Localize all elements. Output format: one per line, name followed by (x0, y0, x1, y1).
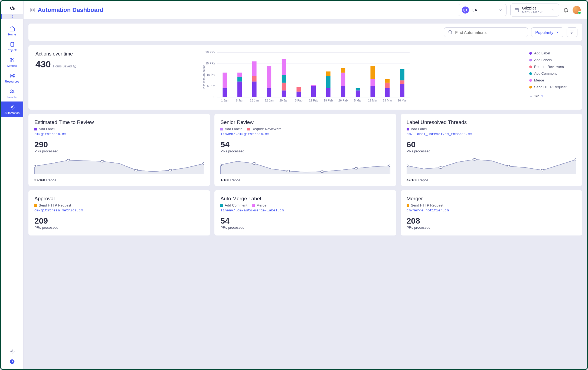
date-range-selector[interactable]: Grizzlies Mar 9 - Mar 23 (510, 4, 559, 17)
sort-dropdown[interactable]: Popularity (531, 27, 563, 37)
actions-over-time-card: Actions over time 430 Hours Saved 05 PRs… (28, 45, 582, 110)
nav-resources[interactable]: Resources (1, 70, 23, 86)
chevron-down-icon[interactable] (541, 94, 544, 98)
svg-point-12 (12, 90, 14, 91)
range-dates: Mar 9 - Mar 23 (522, 10, 543, 14)
card-path: linweb/.cm/gitstream.cm (220, 132, 390, 136)
svg-point-91 (287, 170, 290, 172)
card-path: cm/gitstream.cm (34, 132, 204, 136)
clipboard-icon (9, 41, 15, 47)
automation-card[interactable]: Label Unresolved Threads Add Label cm/ l… (401, 114, 582, 186)
svg-text:5 PRs: 5 PRs (207, 84, 215, 87)
card-path: cm/ label_unresolved_threads.cm (407, 132, 576, 136)
svg-rect-60 (326, 88, 331, 97)
sort-direction-button[interactable] (567, 27, 577, 37)
chevron-up-icon[interactable] (529, 94, 533, 98)
card-title: Auto Merge Label (220, 196, 390, 202)
card-tag: Merge (252, 203, 266, 207)
svg-rect-77 (385, 79, 390, 83)
card-tags: Add Label (34, 127, 204, 131)
svg-rect-51 (282, 75, 286, 83)
svg-rect-20 (33, 11, 34, 12)
svg-point-2 (11, 9, 12, 10)
chart-title: Actions over time (35, 51, 84, 57)
svg-text:20 PRs: 20 PRs (205, 51, 215, 54)
nav-projects[interactable]: Projects (1, 39, 23, 54)
nav-metrics[interactable]: Metrics (1, 54, 23, 70)
svg-point-7 (10, 74, 11, 76)
card-title: Merger (407, 196, 576, 202)
automation-card[interactable]: Estimated Time to Review Add Label cm/gi… (28, 114, 210, 186)
card-path: cm/gitstream_metrics.cm (34, 208, 204, 212)
nav-home[interactable]: Home (1, 23, 23, 39)
chevron-down-icon (556, 30, 559, 34)
svg-rect-69 (356, 88, 360, 90)
card-title: Approval (34, 196, 204, 202)
legend-pager[interactable]: 1/2 (529, 94, 575, 98)
automation-card[interactable]: Merger Send HTTP Request cm/merge_notifi… (401, 190, 582, 235)
legend-item: Require Reviewers (529, 65, 575, 69)
card-tag: Add Label (407, 127, 427, 131)
svg-rect-55 (296, 87, 301, 92)
filter-row: Popularity (28, 24, 582, 41)
team-badge: QA (462, 6, 469, 14)
card-value: 54 (220, 140, 390, 149)
nav-automation[interactable]: Automation (1, 101, 23, 117)
svg-text:12 Fab: 12 Fab (309, 99, 318, 102)
automation-cards-grid: Estimated Time to Review Add Label cm/gi… (28, 114, 582, 235)
svg-point-88 (203, 163, 204, 165)
svg-text:19 Mar: 19 Mar (383, 99, 392, 102)
search-input-wrap[interactable] (444, 27, 528, 37)
team-label: QA (472, 8, 477, 12)
svg-point-11 (11, 90, 12, 91)
svg-rect-18 (33, 8, 34, 9)
card-sub: PRs processed (34, 225, 204, 230)
svg-rect-44 (252, 61, 257, 76)
svg-point-86 (135, 169, 138, 171)
card-sub: PRs processed (220, 225, 390, 230)
legend-item: Add Labels (529, 58, 575, 62)
help-icon[interactable]: ? (9, 359, 15, 364)
chart-legend: Add LabelAdd LabelsRequire ReviewersAdd … (529, 51, 575, 104)
svg-point-89 (220, 164, 222, 166)
pin-bar[interactable] (1, 14, 23, 19)
automation-card[interactable]: Senior Review Add LabelsRequire Reviewer… (214, 114, 396, 186)
chevron-down-icon (551, 8, 555, 12)
automation-card[interactable]: Auto Merge Label Add CommentMerge linenv… (214, 190, 396, 235)
info-icon[interactable] (73, 64, 77, 68)
search-input[interactable] (455, 30, 524, 35)
svg-point-85 (101, 161, 104, 162)
svg-point-10 (13, 76, 14, 77)
svg-rect-19 (31, 11, 32, 12)
nav-people[interactable]: People (1, 86, 23, 101)
legend-item: Add Label (529, 51, 575, 55)
svg-point-97 (473, 159, 476, 161)
svg-text:26 Fab: 26 Fab (338, 99, 348, 102)
svg-rect-35 (223, 88, 227, 97)
svg-rect-54 (296, 91, 301, 97)
bell-icon[interactable] (563, 7, 569, 13)
range-name: Grizzlies (522, 6, 543, 10)
svg-text:8 Jan: 8 Jan (236, 99, 243, 102)
team-selector[interactable]: QA QA (458, 4, 507, 16)
svg-point-94 (389, 165, 390, 167)
user-avatar[interactable] (573, 6, 581, 14)
sort-label: Popularity (535, 30, 553, 35)
svg-rect-21 (515, 9, 519, 12)
card-tag: Require Reviewers (247, 127, 281, 131)
svg-rect-50 (282, 83, 286, 90)
svg-rect-46 (267, 88, 271, 97)
svg-point-100 (575, 159, 576, 161)
svg-text:10 Prs: 10 Prs (207, 73, 215, 76)
automation-card[interactable]: Approval Send HTTP Request cm/gitstream_… (28, 190, 210, 235)
legend-item: Merge (529, 78, 575, 82)
svg-point-0 (10, 7, 11, 9)
settings-icon[interactable] (9, 349, 15, 354)
gear-icon (9, 104, 15, 110)
svg-text:0: 0 (214, 95, 215, 99)
svg-rect-64 (341, 86, 345, 97)
legend-item: Add Comment (529, 71, 575, 76)
sidebar: Home Projects Metrics Resources People A… (1, 1, 24, 369)
svg-rect-80 (400, 80, 404, 84)
card-tag: Send HTTP Request (407, 203, 443, 207)
